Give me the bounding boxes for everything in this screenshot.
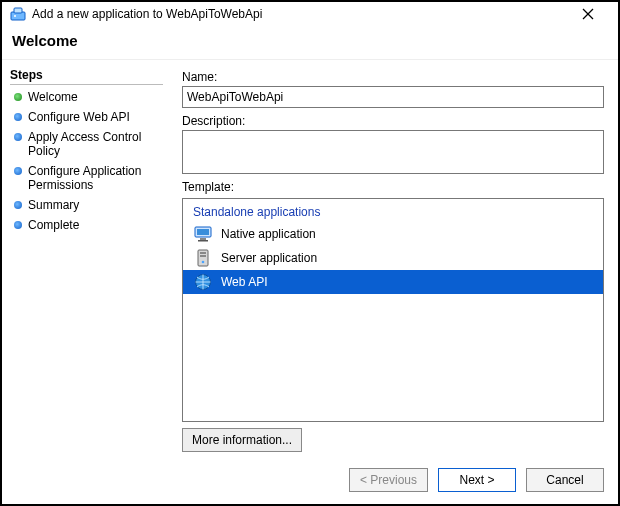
template-option-native-application[interactable]: Native application — [183, 222, 603, 246]
svg-rect-11 — [200, 255, 206, 257]
template-option-label: Server application — [221, 251, 317, 265]
more-information-button[interactable]: More information... — [182, 428, 302, 452]
step-welcome[interactable]: Welcome — [10, 87, 163, 107]
page-title: Welcome — [12, 32, 608, 49]
svg-point-2 — [14, 15, 16, 17]
step-label: Configure Web API — [28, 110, 130, 124]
main-panel: Name: Description: Template: Standalone … — [172, 60, 618, 458]
step-complete[interactable]: Complete — [10, 215, 163, 235]
step-configure-application-permissions[interactable]: Configure Application Permissions — [10, 161, 163, 195]
step-label: Apply Access Control Policy — [28, 130, 163, 158]
template-label: Template: — [182, 180, 604, 194]
dialog-footer: < Previous Next > Cancel — [2, 458, 618, 504]
template-group-header: Standalone applications — [183, 205, 603, 222]
step-label: Configure Application Permissions — [28, 164, 163, 192]
step-apply-access-control-policy[interactable]: Apply Access Control Policy — [10, 127, 163, 161]
template-option-label: Native application — [221, 227, 316, 241]
close-icon — [582, 8, 594, 20]
step-bullet-icon — [14, 201, 22, 209]
template-option-web-api[interactable]: Web API — [183, 270, 603, 294]
description-label: Description: — [182, 114, 604, 128]
template-option-server-application[interactable]: Server application — [183, 246, 603, 270]
close-button[interactable] — [582, 8, 610, 20]
globe-icon — [193, 273, 213, 291]
previous-button: < Previous — [349, 468, 428, 492]
cancel-button[interactable]: Cancel — [526, 468, 604, 492]
svg-rect-8 — [198, 240, 208, 242]
step-label: Summary — [28, 198, 79, 212]
name-label: Name: — [182, 70, 604, 84]
step-label: Welcome — [28, 90, 78, 104]
svg-rect-6 — [197, 229, 209, 235]
svg-point-12 — [202, 261, 205, 264]
template-option-label: Web API — [221, 275, 267, 289]
step-label: Complete — [28, 218, 79, 232]
step-bullet-icon — [14, 93, 22, 101]
name-input[interactable] — [182, 86, 604, 108]
steps-heading: Steps — [10, 68, 163, 85]
step-bullet-icon — [14, 221, 22, 229]
titlebar: Add a new application to WebApiToWebApi — [2, 2, 618, 26]
step-bullet-icon — [14, 133, 22, 141]
svg-rect-1 — [14, 8, 22, 13]
svg-rect-7 — [200, 238, 206, 240]
svg-rect-10 — [200, 252, 206, 254]
step-configure-web-api[interactable]: Configure Web API — [10, 107, 163, 127]
step-bullet-icon — [14, 167, 22, 175]
dialog-window: Add a new application to WebApiToWebApi … — [0, 0, 620, 506]
template-list: Standalone applications Native applicati… — [182, 198, 604, 422]
description-input[interactable] — [182, 130, 604, 174]
next-button[interactable]: Next > — [438, 468, 516, 492]
step-bullet-icon — [14, 113, 22, 121]
page-heading-band: Welcome — [2, 26, 618, 60]
steps-sidebar: Steps WelcomeConfigure Web APIApply Acce… — [2, 60, 172, 458]
step-summary[interactable]: Summary — [10, 195, 163, 215]
monitor-icon — [193, 225, 213, 243]
window-title: Add a new application to WebApiToWebApi — [32, 7, 582, 21]
app-icon — [10, 6, 26, 22]
server-icon — [193, 249, 213, 267]
